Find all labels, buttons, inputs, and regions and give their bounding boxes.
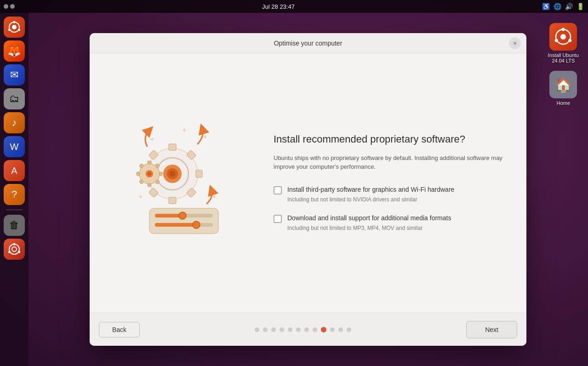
dock-icon-writer[interactable]: W — [4, 136, 25, 157]
appstore-icon-glyph: A — [11, 166, 17, 176]
svg-text:✦: ✦ — [138, 193, 143, 200]
help-icon-glyph: ? — [11, 189, 17, 200]
pagination-dots — [255, 327, 351, 332]
svg-text:✦: ✦ — [149, 136, 155, 143]
desktop-icons-area: Install Ubuntu24.04 LTS 🏠 Home — [548, 23, 579, 106]
checkbox-item-graphics: Install third-party software for graphic… — [274, 185, 508, 203]
svg-text:✦: ✦ — [211, 193, 217, 200]
firefox-icon-glyph: 🦊 — [7, 45, 21, 57]
svg-point-27 — [170, 171, 175, 177]
checkbox-media-sublabel: Including but not limited to MP3, MP4, M… — [274, 225, 508, 231]
thunderbird-icon-glyph: ✉ — [10, 69, 18, 81]
taskbar-dot-1 — [4, 4, 8, 9]
checkbox-row-media: Download and install support for additio… — [274, 214, 508, 223]
accessibility-icon[interactable]: ♿ — [542, 3, 550, 10]
home-icon-img: 🏠 — [549, 71, 577, 98]
svg-rect-36 — [148, 161, 151, 164]
pagination-dot-4[interactable] — [288, 327, 292, 332]
checkbox-media[interactable] — [274, 215, 282, 223]
pagination-dot-2[interactable] — [271, 327, 276, 332]
svg-rect-20 — [196, 170, 202, 177]
settings-icon-svg — [8, 243, 21, 256]
dock-icon-thunderbird[interactable]: ✉ — [4, 64, 25, 86]
svg-point-13 — [569, 39, 572, 42]
svg-point-12 — [562, 28, 565, 31]
pagination-dot-0[interactable] — [255, 327, 259, 332]
dock-icon-help[interactable]: ? — [4, 184, 25, 205]
home-label: Home — [557, 100, 570, 106]
svg-rect-37 — [148, 183, 151, 187]
svg-rect-17 — [169, 144, 176, 150]
back-button[interactable]: Back — [99, 322, 140, 337]
desktop-icon-home[interactable]: 🏠 Home — [548, 71, 579, 106]
taskbar-window-buttons — [4, 4, 15, 9]
dialog-title: Optimise your computer — [274, 40, 343, 47]
taskbar-tray: ♿ 🌐 🔊 🔋 — [542, 3, 584, 10]
next-button[interactable]: Next — [466, 321, 517, 338]
svg-point-3 — [18, 29, 20, 31]
svg-text:✦: ✦ — [182, 126, 187, 134]
install-ubuntu-icon-svg — [554, 28, 572, 46]
svg-rect-39 — [159, 172, 162, 176]
svg-rect-46 — [155, 214, 183, 217]
checkbox-item-media: Download and install support for additio… — [274, 214, 508, 231]
pagination-dot-6[interactable] — [304, 327, 309, 332]
taskbar-datetime: Jul 28 23:47 — [262, 3, 295, 10]
svg-point-9 — [8, 251, 11, 253]
pagination-dot-7[interactable] — [313, 327, 317, 332]
svg-point-2 — [13, 21, 16, 23]
desktop-icon-install-ubuntu[interactable]: Install Ubuntu24.04 LTS — [548, 23, 579, 63]
svg-point-1 — [12, 25, 17, 29]
install-ubuntu-icon-img — [549, 23, 577, 51]
pagination-dot-8[interactable] — [321, 327, 326, 332]
dialog-illustration: ✦ ✦ ✦ ✦ ✦ — [90, 53, 264, 313]
svg-point-7 — [13, 243, 16, 246]
battery-icon[interactable]: 🔋 — [577, 3, 584, 10]
pagination-dot-10[interactable] — [338, 327, 343, 332]
home-icon-glyph: 🏠 — [555, 77, 572, 93]
svg-rect-38 — [137, 172, 140, 176]
pagination-dot-9[interactable] — [330, 327, 335, 332]
taskbar-left — [4, 4, 15, 9]
volume-icon[interactable]: 🔊 — [565, 3, 573, 10]
svg-point-11 — [560, 34, 566, 40]
svg-rect-49 — [155, 223, 196, 227]
gears-illustration: ✦ ✦ ✦ ✦ ✦ — [113, 119, 241, 247]
ubiquity-icon-svg — [8, 21, 21, 34]
dock-separator — [6, 210, 23, 210]
dialog-description: Ubuntu ships with no proprietary softwar… — [274, 154, 508, 172]
svg-point-35 — [148, 172, 151, 176]
dock-icon-trash[interactable]: 🗑 — [4, 215, 25, 236]
pagination-dot-3[interactable] — [280, 327, 284, 332]
dock-icon-files[interactable]: 🗂 — [4, 88, 25, 109]
dock-icon-ubiquity[interactable] — [4, 17, 25, 38]
checkbox-graphics-sublabel: Including but not limited to NVIDIA driv… — [274, 196, 508, 203]
taskbar-dot-2 — [10, 4, 15, 9]
checkbox-graphics-label: Install third-party software for graphic… — [287, 185, 454, 194]
install-ubuntu-label: Install Ubuntu24.04 LTS — [548, 52, 579, 63]
dock-icon-firefox[interactable]: 🦊 — [4, 40, 25, 62]
checkbox-graphics[interactable] — [274, 186, 282, 194]
dock-icon-settings[interactable] — [4, 239, 25, 260]
dialog-header: Optimise your computer × — [90, 33, 526, 53]
dock-icon-appstore[interactable]: A — [4, 160, 25, 181]
dialog-body: ✦ ✦ ✦ ✦ ✦ — [90, 53, 526, 313]
svg-point-5 — [9, 244, 19, 254]
sidebar-dock: 🦊 ✉ 🗂 ♪ W A ? 🗑 — [0, 13, 29, 366]
rhythmbox-icon-glyph: ♪ — [12, 117, 17, 129]
pagination-dot-5[interactable] — [296, 327, 301, 332]
svg-point-8 — [18, 251, 20, 253]
optimise-computer-dialog: Optimise your computer × — [90, 33, 526, 346]
svg-point-14 — [555, 39, 558, 42]
writer-icon-glyph: W — [10, 142, 19, 152]
files-icon-glyph: 🗂 — [9, 93, 19, 105]
svg-rect-18 — [169, 197, 176, 204]
pagination-dot-1[interactable] — [263, 327, 268, 332]
dialog-right-content: Install recommended proprietary software… — [264, 53, 526, 313]
dock-icon-rhythmbox[interactable]: ♪ — [4, 112, 25, 133]
dialog-close-button[interactable]: × — [509, 37, 521, 49]
pagination-dot-11[interactable] — [347, 327, 351, 332]
svg-point-47 — [179, 212, 186, 219]
dialog-heading: Install recommended proprietary software… — [274, 133, 508, 146]
network-icon[interactable]: 🌐 — [554, 3, 561, 10]
